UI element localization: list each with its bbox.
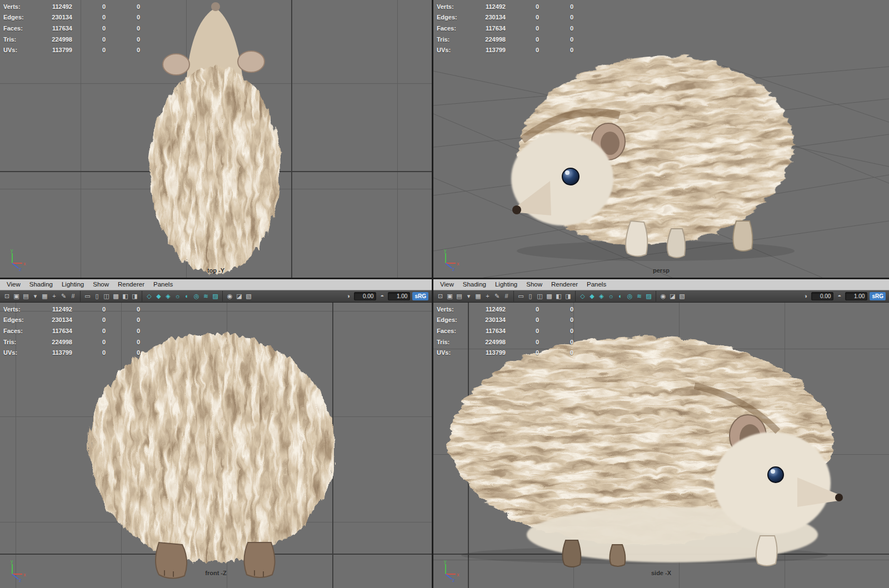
hedgehog-model-persp[interactable] [433, 0, 889, 278]
camera-attributes-icon[interactable]: ▤ [455, 291, 464, 301]
hedgehog-top-view [147, 2, 278, 271]
image-plane-icon[interactable]: ▦ [40, 291, 49, 301]
hedgehog-nose [211, 2, 220, 11]
use-all-lights-icon[interactable]: ☼ [606, 291, 616, 301]
menu-show[interactable]: Show [88, 279, 113, 290]
grease-pencil-icon[interactable]: ✎ [492, 291, 502, 301]
viewport-top[interactable]: Verts:11249200Edges:23013400Faces:117634… [0, 0, 432, 278]
hedgehog-ear-left [163, 54, 189, 75]
hedgehog-rear-leg-2 [610, 545, 625, 566]
viewport-front[interactable]: Verts:11249200Edges:23013400Faces:117634… [0, 303, 432, 588]
srgb-button[interactable]: sRG [870, 292, 886, 300]
multisample-icon[interactable]: ▨ [211, 291, 220, 301]
menu-renderer[interactable]: Renderer [113, 279, 149, 290]
viewport-side[interactable]: Verts:11249200Edges:23013400Faces:117634… [433, 303, 889, 588]
shadows-icon[interactable]: ◐ [616, 291, 625, 301]
safe-action-icon[interactable]: ◧ [554, 291, 563, 301]
camera-select-icon[interactable]: ⊡ [436, 291, 445, 301]
hedgehog-eye-highlight [565, 170, 570, 175]
panel-top-view: Verts:11249200Edges:23013400Faces:117634… [0, 0, 432, 278]
menu-panels[interactable]: Panels [582, 279, 611, 290]
gate-mask-icon[interactable]: ◫ [102, 291, 111, 301]
safe-title-icon[interactable]: ◨ [563, 291, 573, 301]
panel-front-view: ViewShadingLightingShowRendererPanels ⊡▣… [0, 279, 432, 588]
grease-pencil-icon[interactable]: ✎ [59, 291, 68, 301]
motion-blur-icon[interactable]: ≋ [201, 291, 211, 301]
menu-lighting[interactable]: Lighting [57, 279, 88, 290]
exposure-field[interactable]: 0.00 [354, 292, 376, 300]
gate-mask-icon[interactable]: ◫ [535, 291, 545, 301]
menu-view[interactable]: View [436, 279, 458, 290]
lock-camera-icon[interactable]: ▣ [12, 291, 21, 301]
menu-view[interactable]: View [2, 279, 25, 290]
multisample-icon[interactable]: ▨ [644, 291, 653, 301]
hedgehog-model-side[interactable] [433, 303, 889, 588]
ambient-occlusion-icon[interactable]: ◎ [625, 291, 635, 301]
film-gate-icon[interactable]: ▭ [80, 291, 92, 301]
menu-show[interactable]: Show [522, 279, 547, 290]
hedgehog-nose [835, 494, 843, 501]
gamma-field[interactable]: 1.00 [845, 292, 867, 300]
menu-renderer[interactable]: Renderer [547, 279, 582, 290]
shaded-icon[interactable]: ◆ [587, 291, 597, 301]
field-chart-icon[interactable]: ▩ [545, 291, 554, 301]
hedgehog-model-top[interactable] [0, 0, 432, 278]
camera-attributes-icon[interactable]: ▤ [21, 291, 31, 301]
shaded-icon[interactable]: ◆ [154, 291, 163, 301]
x-ray-icon[interactable]: ▧ [244, 291, 253, 301]
shadows-icon[interactable]: ◐ [182, 291, 192, 301]
menu-lighting[interactable]: Lighting [491, 279, 522, 290]
gamma-field[interactable]: 1.00 [388, 292, 410, 300]
panel-side-view: ViewShadingLightingShowRendererPanels ⊡▣… [433, 279, 889, 588]
panel-menubar: ViewShadingLightingShowRendererPanels [433, 279, 889, 290]
wireframe-icon[interactable]: ◇ [575, 291, 587, 301]
textured-icon[interactable]: ◈ [597, 291, 606, 301]
viewport-persp[interactable]: Verts:11249200Edges:23013400Faces:117634… [433, 0, 889, 278]
wireframe-icon[interactable]: ◇ [142, 291, 154, 301]
menu-shading[interactable]: Shading [25, 279, 57, 290]
two-d-pan-zoom-icon[interactable]: + [483, 291, 492, 301]
srgb-button[interactable]: sRG [412, 292, 428, 300]
panel-persp-view: Verts:11249200Edges:23013400Faces:117634… [433, 0, 889, 278]
panel-toolbar: ⊡▣▤▾▦+✎#▭▯◫▩◧◨◇◆◈☼◐◎≋▨◉◪▧ ◑ 0.00 ◓ 1.00 … [433, 290, 889, 303]
safe-action-icon[interactable]: ◧ [121, 291, 130, 301]
hedgehog-body [87, 331, 333, 560]
hedgehog-body [147, 64, 278, 271]
hedgehog-front-leg [626, 221, 647, 257]
toolbar-icons: ⊡▣▤▾▦+✎#▭▯◫▩◧◨◇◆◈☼◐◎≋▨◉◪▧ [2, 291, 253, 301]
resolution-gate-icon[interactable]: ▯ [92, 291, 102, 301]
grid-icon[interactable]: # [502, 291, 511, 301]
menu-shading[interactable]: Shading [458, 279, 491, 290]
menu-panels[interactable]: Panels [149, 279, 177, 290]
ambient-occlusion-icon[interactable]: ◎ [192, 291, 201, 301]
exposure-icon[interactable]: ◑ [343, 291, 353, 301]
isolate-select-icon[interactable]: ◪ [234, 291, 244, 301]
depth-of-field-icon[interactable]: ◉ [222, 291, 234, 301]
x-ray-icon[interactable]: ▧ [677, 291, 687, 301]
lock-camera-icon[interactable]: ▣ [445, 291, 455, 301]
exposure-field[interactable]: 0.00 [811, 292, 833, 300]
hedgehog-side-view [447, 334, 843, 567]
motion-blur-icon[interactable]: ≋ [635, 291, 644, 301]
hedgehog-front-leg [756, 536, 777, 566]
two-d-pan-zoom-icon[interactable]: + [49, 291, 59, 301]
hedgehog-foot-left [156, 542, 187, 579]
camera-select-icon[interactable]: ⊡ [2, 291, 12, 301]
use-all-lights-icon[interactable]: ☼ [173, 291, 182, 301]
safe-title-icon[interactable]: ◨ [130, 291, 139, 301]
exposure-icon[interactable]: ◑ [801, 291, 810, 301]
field-chart-icon[interactable]: ▩ [111, 291, 121, 301]
textured-icon[interactable]: ◈ [163, 291, 173, 301]
isolate-select-icon[interactable]: ◪ [668, 291, 677, 301]
grid-icon[interactable]: # [68, 291, 78, 301]
image-plane-icon[interactable]: ▦ [473, 291, 483, 301]
gamma-icon[interactable]: ◓ [377, 291, 387, 301]
bookmarks-icon[interactable]: ▾ [31, 291, 40, 301]
bookmarks-icon[interactable]: ▾ [464, 291, 473, 301]
hedgehog-model-front[interactable] [0, 303, 432, 588]
resolution-gate-icon[interactable]: ▯ [526, 291, 535, 301]
maya-four-view-layout: Verts:11249200Edges:23013400Faces:117634… [0, 0, 889, 588]
gamma-icon[interactable]: ◓ [835, 291, 844, 301]
film-gate-icon[interactable]: ▭ [513, 291, 526, 301]
depth-of-field-icon[interactable]: ◉ [656, 291, 668, 301]
